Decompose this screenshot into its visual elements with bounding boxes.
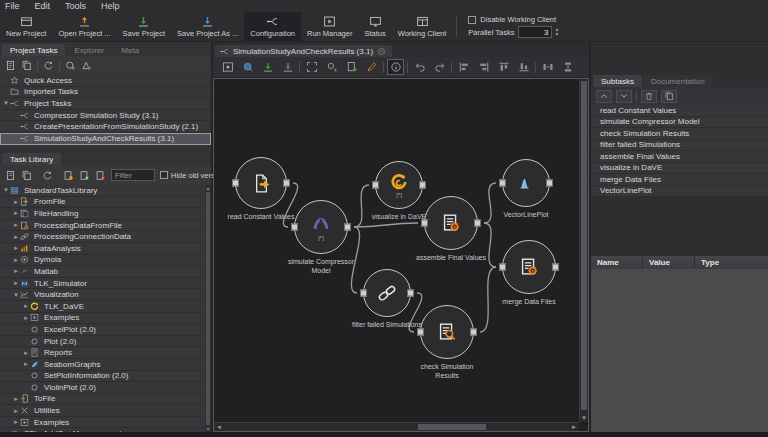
stepper-arrows-icon[interactable]: ▲▼ bbox=[552, 27, 559, 37]
library-item[interactable]: ▸Examples bbox=[0, 417, 211, 429]
tab-project-tasks[interactable]: Project Tasks bbox=[2, 44, 65, 56]
library-item[interactable]: ViolinPlot (2.0) bbox=[0, 382, 211, 394]
library-item[interactable]: ▸ProcessingDataFromFile bbox=[0, 220, 211, 232]
subtask-item[interactable]: visualize in DaVE bbox=[591, 163, 768, 175]
menu-help[interactable]: Help bbox=[101, 1, 120, 11]
close-tab-icon[interactable] bbox=[377, 47, 386, 56]
column-header-type[interactable]: Type bbox=[695, 256, 768, 269]
expand-arrow-icon[interactable]: ▸ bbox=[12, 233, 20, 241]
undo-button[interactable] bbox=[411, 59, 428, 75]
output-port[interactable] bbox=[470, 329, 477, 336]
distribute-vertical-button[interactable] bbox=[559, 59, 576, 75]
workflow-node-vector[interactable] bbox=[502, 159, 550, 207]
save-project-as-button[interactable] bbox=[279, 59, 296, 75]
input-port[interactable] bbox=[421, 220, 428, 227]
library-item[interactable]: ▸Matlab bbox=[0, 266, 211, 278]
scroll-right-icon[interactable]: ► bbox=[571, 423, 577, 431]
input-port[interactable] bbox=[291, 224, 298, 231]
library-item[interactable]: ▸Reports bbox=[0, 347, 211, 359]
subtask-item[interactable]: read Constant Values bbox=[591, 105, 768, 117]
expand-arrow-icon[interactable]: ▾ bbox=[2, 186, 10, 194]
expand-arrow-icon[interactable]: ▸ bbox=[12, 221, 20, 229]
workflow-node-assemble[interactable] bbox=[424, 196, 478, 250]
library-item[interactable]: ▸FromFile bbox=[0, 197, 211, 209]
output-port[interactable] bbox=[474, 220, 481, 227]
new-task-icon[interactable] bbox=[5, 60, 16, 71]
expand-arrow-icon[interactable]: ▸ bbox=[2, 430, 10, 432]
menu-tools[interactable]: Tools bbox=[65, 1, 86, 11]
new-library-icon[interactable] bbox=[5, 170, 16, 181]
input-port[interactable] bbox=[417, 329, 424, 336]
task-library-scrollbar[interactable]: ▲ ▼ bbox=[204, 185, 211, 432]
library-item[interactable]: ▸Dymola bbox=[0, 255, 211, 267]
menu-file[interactable]: File bbox=[5, 1, 20, 11]
parallel-tasks-stepper[interactable]: 3 ▲▼ bbox=[518, 26, 559, 38]
library-item[interactable]: ▸TLK_DaVE bbox=[0, 301, 211, 313]
library-item[interactable]: ▸Utilities bbox=[0, 405, 211, 417]
library-item[interactable]: ▸DataAnalysis bbox=[0, 243, 211, 255]
add-document-button[interactable] bbox=[343, 59, 360, 75]
library-item[interactable]: ▸SeabornGraphs bbox=[0, 359, 211, 371]
library-item[interactable]: Plot (2.0) bbox=[0, 336, 211, 348]
output-port[interactable] bbox=[419, 182, 426, 189]
scroll-down-icon[interactable]: ▼ bbox=[580, 415, 588, 421]
expand-arrow-icon[interactable]: ▸ bbox=[12, 256, 20, 264]
expand-arrow-icon[interactable]: ▸ bbox=[12, 244, 20, 252]
canvas-horizontal-scrollbar[interactable]: ◄ ► bbox=[214, 422, 579, 431]
library-item[interactable]: ▸STL_AddOn_Measurement bbox=[0, 428, 211, 432]
workflow-node-filter[interactable] bbox=[363, 269, 411, 317]
subtask-item[interactable]: merge Data Files bbox=[591, 174, 768, 186]
scroll-down-icon[interactable]: ▼ bbox=[205, 426, 211, 432]
library-item[interactable]: ▸Examples bbox=[0, 313, 211, 325]
tab-subtasks[interactable]: Subtasks bbox=[593, 75, 642, 87]
library-item[interactable]: ▸FileHandling bbox=[0, 208, 211, 220]
duplicate-task-icon[interactable] bbox=[21, 60, 32, 71]
add-subtask-button[interactable] bbox=[323, 59, 340, 75]
output-port[interactable] bbox=[344, 224, 351, 231]
input-port[interactable] bbox=[372, 182, 379, 189]
subtask-item[interactable]: assemble Final Values bbox=[591, 151, 768, 163]
export-task-icon[interactable] bbox=[81, 60, 92, 71]
tree-item[interactable]: ▾Project Tasks bbox=[0, 98, 211, 110]
expand-arrow-icon[interactable]: ▸ bbox=[12, 198, 20, 206]
align-left-button[interactable] bbox=[455, 59, 472, 75]
input-port[interactable] bbox=[232, 180, 239, 187]
duplicate-task-icon[interactable] bbox=[21, 170, 32, 181]
align-top-button[interactable] bbox=[495, 59, 512, 75]
expand-arrow-icon[interactable]: ▸ bbox=[12, 209, 20, 217]
connection-simulate-assemble[interactable] bbox=[354, 223, 418, 227]
subtask-item[interactable]: filter failed Simulations bbox=[591, 140, 768, 152]
scrollbar-thumb[interactable] bbox=[418, 424, 486, 430]
input-port[interactable] bbox=[499, 264, 506, 271]
filter-input[interactable] bbox=[111, 169, 155, 181]
workflow-node-read[interactable] bbox=[235, 157, 287, 209]
subtask-item[interactable]: VectorLinePlot bbox=[591, 186, 768, 198]
expand-arrow-icon[interactable]: ▾ bbox=[12, 291, 20, 299]
expand-arrow-icon[interactable]: ▸ bbox=[12, 407, 20, 415]
status-button[interactable]: Status bbox=[358, 12, 391, 41]
info-button[interactable] bbox=[387, 59, 404, 75]
canvas-vertical-scrollbar[interactable]: ▼ bbox=[579, 79, 588, 422]
library-item[interactable]: ▾StandardTaskLibrary bbox=[0, 185, 211, 197]
parallel-tasks-value[interactable]: 3 bbox=[518, 26, 552, 38]
move-down-button[interactable] bbox=[616, 90, 632, 103]
expand-arrow-icon[interactable]: ▸ bbox=[22, 314, 30, 322]
import-task-icon[interactable] bbox=[65, 60, 76, 71]
tab-documentation[interactable]: Documentation bbox=[643, 75, 713, 87]
align-bottom-button[interactable] bbox=[515, 59, 532, 75]
distribute-horizontal-button[interactable] bbox=[539, 59, 556, 75]
scroll-up-icon[interactable]: ▲ bbox=[205, 185, 211, 191]
input-port[interactable] bbox=[360, 290, 367, 297]
expand-arrow-icon[interactable]: ▸ bbox=[12, 267, 20, 275]
duplicate-task-button[interactable] bbox=[661, 90, 677, 103]
save-project-button[interactable] bbox=[259, 59, 276, 75]
new-project-button[interactable]: New Project bbox=[0, 12, 52, 41]
refresh-icon[interactable] bbox=[43, 60, 54, 71]
subtask-item[interactable]: check Simulation Results bbox=[591, 128, 768, 140]
tab-task-library[interactable]: Task Library bbox=[2, 153, 61, 165]
expand-arrow-icon[interactable]: ▸ bbox=[12, 279, 20, 287]
expand-arrow-icon[interactable]: ▸ bbox=[22, 349, 30, 357]
tree-item[interactable]: Quick Access bbox=[0, 75, 211, 87]
expand-arrow-icon[interactable]: ▸ bbox=[22, 302, 30, 310]
input-port[interactable] bbox=[499, 180, 506, 187]
